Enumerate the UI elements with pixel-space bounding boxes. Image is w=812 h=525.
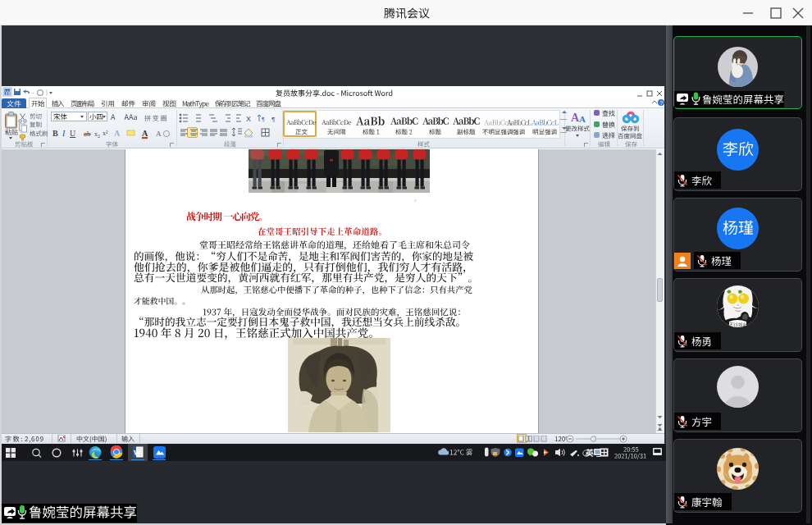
svg-text:A: A [579,114,586,123]
svg-text:x2: x2 [94,130,100,139]
svg-text:ab: ab [84,130,91,138]
svg-text:?: ? [660,100,664,106]
svg-text:A: A [114,129,121,138]
svg-text:¶: ¶ [262,116,265,122]
svg-text:B: B [52,129,58,138]
svg-text:X: X [246,115,251,123]
svg-text:U: U [70,129,76,138]
svg-text:¶: ¶ [271,116,275,123]
svg-text:W: W [134,449,141,457]
svg-text:-: - [32,89,34,96]
svg-text:A: A [142,129,148,138]
svg-text:x²: x² [103,130,108,137]
svg-text:W: W [5,89,11,95]
svg-text:A: A [156,130,162,138]
svg-text:I: I [62,129,66,138]
